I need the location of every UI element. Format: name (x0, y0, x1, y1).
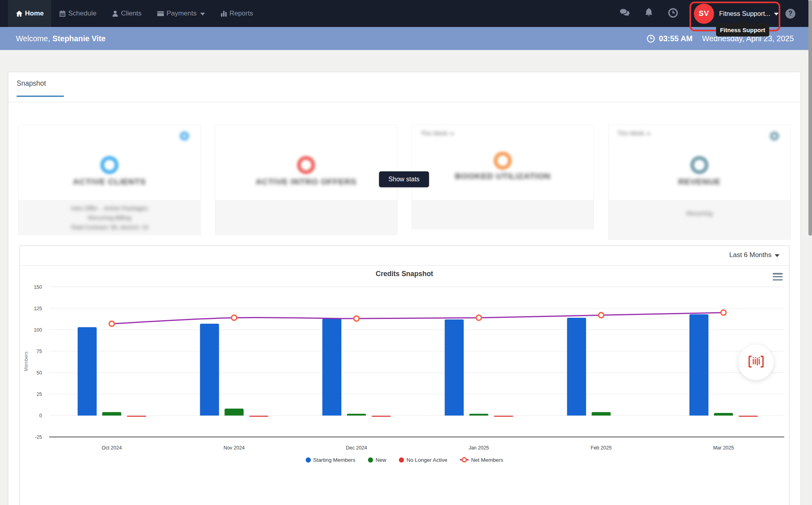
bar-no-longer-active[interactable] (249, 416, 268, 417)
gear-icon[interactable] (768, 130, 780, 142)
gear-icon[interactable] (178, 130, 190, 142)
x-category-label: Feb 2025 (591, 445, 612, 451)
chevron-down-icon (775, 254, 779, 257)
bar-starting-members[interactable] (689, 314, 709, 415)
nav-item-payments[interactable]: Payments (149, 0, 213, 27)
bell-icon (644, 8, 653, 19)
bar-new[interactable] (592, 412, 611, 416)
question-mark-icon: ? (788, 10, 792, 17)
net-members-point[interactable] (721, 310, 726, 315)
top-navbar: Home Schedule Clients Payments Reports (0, 0, 812, 27)
y-tick-label: 25 (36, 392, 42, 397)
nav-item-home[interactable]: Home (8, 0, 51, 27)
bar-starting-members[interactable] (322, 319, 341, 415)
clock-icon (647, 35, 655, 43)
stat-card-top: This Week BOOKED UTILIZATION (412, 125, 594, 200)
nav-item-clients[interactable]: Clients (104, 0, 149, 27)
bar-new[interactable] (102, 412, 121, 416)
period-dropdown[interactable]: This Week (421, 130, 454, 136)
home-icon (15, 10, 23, 17)
tooltip-caret (740, 19, 747, 23)
y-axis-title: Members (23, 351, 29, 371)
y-tick-label: 125 (34, 306, 42, 311)
help-button[interactable]: ? (785, 9, 795, 19)
net-members-point[interactable] (599, 313, 604, 318)
bar-no-longer-active[interactable] (372, 416, 391, 417)
legend-item-starting-members[interactable]: Starting Members (306, 457, 356, 463)
user-tooltip: Fitness Support (716, 23, 769, 36)
legend-item-new[interactable]: New (368, 457, 386, 463)
bar-chart-icon (220, 10, 228, 17)
legend-item-net-members[interactable]: Net Members (460, 457, 503, 463)
user-menu[interactable]: SV Fitness Support... (694, 0, 779, 27)
stat-card-active-clients: ACTIVE CLIENTS Intro Offer .. Active Pac… (18, 125, 201, 235)
y-tick-label: 100 (34, 327, 42, 333)
stat-card-top: This Week REVENUE (609, 125, 790, 200)
revenue-ring-icon (690, 156, 709, 174)
calendar-icon (59, 10, 66, 17)
y-tick-label: 0 (39, 413, 42, 419)
net-members-point[interactable] (232, 315, 237, 320)
chart-legend: Starting MembersNewNo Longer ActiveNet M… (20, 457, 789, 463)
bar-new[interactable] (224, 409, 243, 415)
bar-starting-members[interactable] (567, 318, 586, 415)
stat-footer-line: Intro Offer .. Active Packages (71, 205, 148, 211)
clock-icon (668, 8, 678, 19)
stat-card-top: ACTIVE CLIENTS (19, 125, 200, 200)
chevron-down-icon (200, 13, 205, 15)
x-category-label: Mar 2025 (713, 445, 734, 451)
show-stats-button[interactable]: Show stats (379, 171, 429, 187)
stat-footer-line: Total Contract: 95, Alumni: 15 (71, 224, 148, 230)
tab-active-underline (17, 96, 64, 97)
bar-starting-members[interactable] (200, 324, 219, 415)
net-members-point[interactable] (354, 316, 359, 321)
bar-starting-members[interactable] (445, 319, 464, 415)
period-dropdown[interactable]: This Week (617, 130, 651, 136)
welcome-user-name: Stephanie Vite (52, 34, 105, 43)
bar-new[interactable] (714, 413, 733, 415)
person-icon (111, 10, 119, 17)
y-tick-label: 50 (36, 370, 42, 376)
stat-card-top: ACTIVE INTRO OFFERS (215, 125, 397, 200)
bar-no-longer-active[interactable] (127, 416, 146, 417)
stat-card-footer: Recurring (609, 200, 790, 240)
x-category-label: Nov 2024 (224, 445, 245, 451)
legend-marker-icon (460, 457, 469, 463)
scrollbar-thumb[interactable] (808, 0, 812, 236)
legend-item-no-longer-active[interactable]: No Longer Active (399, 457, 447, 463)
legend-dot-icon (306, 457, 311, 463)
chart-header: Last 6 Months (20, 246, 789, 266)
chart-period-dropdown[interactable]: Last 6 Months (729, 251, 779, 259)
legend-label: New (375, 457, 386, 463)
net-members-point[interactable] (476, 315, 481, 320)
legend-label: Starting Members (313, 457, 356, 463)
avatar: SV (694, 4, 714, 24)
scan-fab-button[interactable] (738, 345, 774, 380)
user-name: Fitness Support... (719, 10, 770, 17)
y-tick-label: 75 (36, 349, 42, 354)
nav-item-label: Clients (121, 10, 142, 17)
bar-new[interactable] (347, 414, 366, 415)
active-clients-ring-icon (100, 156, 119, 174)
nav-item-schedule[interactable]: Schedule (51, 0, 104, 27)
bar-no-longer-active[interactable] (494, 416, 513, 417)
chevron-down-icon (774, 13, 779, 15)
x-category-label: Dec 2024 (346, 445, 367, 451)
chat-button[interactable] (613, 8, 637, 19)
net-members-point[interactable] (109, 321, 114, 326)
history-button[interactable] (661, 8, 685, 19)
x-category-label: Oct 2024 (102, 445, 122, 451)
welcome-greeting: Welcome, (16, 34, 50, 43)
tab-header-divider (8, 102, 801, 102)
stat-card-active-intro-offers: ACTIVE INTRO OFFERS (215, 125, 397, 235)
chat-icon (619, 8, 630, 19)
tab-snapshot[interactable]: Snapshot (17, 79, 46, 88)
notifications-button[interactable] (637, 8, 661, 19)
credit-card-icon (157, 10, 165, 17)
bar-new[interactable] (469, 414, 488, 415)
bar-starting-members[interactable] (78, 327, 97, 416)
stat-footer-line: Recurring Billing (88, 214, 131, 221)
stat-card-revenue: This Week REVENUE Recurring (608, 125, 791, 240)
nav-item-reports[interactable]: Reports (213, 0, 261, 27)
bar-no-longer-active[interactable] (739, 416, 758, 417)
